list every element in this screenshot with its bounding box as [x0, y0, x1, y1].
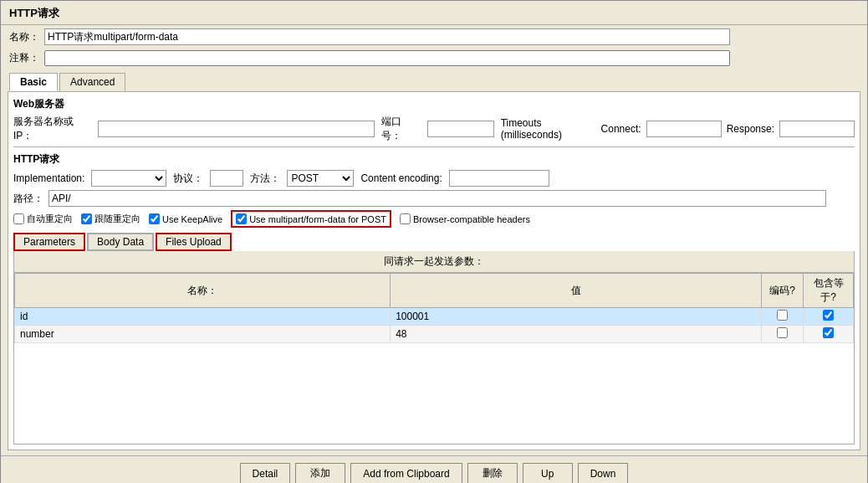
sub-tab-files-upload[interactable]: Files Upload	[156, 233, 232, 251]
follow-redirect-checkbox[interactable]: 跟随重定向	[81, 213, 140, 225]
window-title: HTTP请求	[1, 1, 867, 25]
up-button[interactable]: Up	[523, 463, 573, 483]
tabs-bar: Basic Advanced	[1, 69, 867, 91]
method-label: 方法：	[250, 172, 280, 186]
tab-basic-content: Web服务器 服务器名称或IP： 端口号： Timeouts (millisec…	[8, 91, 860, 450]
encoding-label: Content encoding:	[360, 172, 442, 184]
comment-row: 注释：	[1, 49, 867, 69]
name-input[interactable]	[44, 28, 730, 45]
response-input[interactable]	[779, 121, 855, 137]
keep-alive-label: Use KeepAlive	[162, 214, 222, 224]
follow-redirect-label: 跟随重定向	[94, 213, 140, 225]
col-header-value: 值	[391, 274, 762, 308]
path-input[interactable]	[49, 190, 826, 207]
params-header: 同请求一起发送参数：	[14, 251, 854, 273]
server-row: 服务器名称或IP： 端口号： Timeouts (milliseconds) C…	[13, 115, 855, 143]
param-include[interactable]	[804, 326, 854, 343]
sub-tab-parameters[interactable]: Parameters	[13, 233, 85, 251]
param-value: 48	[391, 326, 762, 343]
col-header-include: 包含等于?	[804, 274, 854, 308]
tab-advanced[interactable]: Advanced	[59, 73, 125, 91]
params-content: 同请求一起发送参数： 名称： 值 编码? 包含等于? id100001numbe…	[13, 251, 855, 444]
http-request-section: HTTP请求 Implementation: 协议： 方法： POST Cont…	[13, 146, 855, 444]
protocol-input[interactable]	[210, 170, 243, 187]
follow-redirect-check[interactable]	[81, 213, 92, 224]
add-button[interactable]: 添加	[295, 463, 345, 483]
table-row[interactable]: id100001	[15, 308, 854, 326]
keep-alive-check[interactable]	[149, 213, 160, 224]
auto-redirect-checkbox[interactable]: 自动重定向	[13, 213, 73, 225]
table-row[interactable]: number48	[15, 326, 854, 343]
param-encode[interactable]	[762, 326, 804, 343]
comment-input[interactable]	[44, 50, 730, 66]
port-label: 端口号：	[381, 115, 421, 143]
impl-select[interactable]	[91, 170, 166, 187]
http-request-title: HTTP请求	[13, 152, 855, 167]
impl-row: Implementation: 协议： 方法： POST Content enc…	[13, 170, 855, 187]
timeouts-label: Timeouts (milliseconds)	[501, 117, 596, 141]
encoding-input[interactable]	[449, 170, 549, 187]
param-value: 100001	[391, 308, 762, 326]
server-name-input[interactable]	[98, 121, 375, 137]
tab-basic[interactable]: Basic	[9, 73, 58, 91]
impl-label: Implementation:	[13, 172, 84, 184]
col-header-encode: 编码?	[762, 274, 804, 308]
connect-input[interactable]	[646, 121, 722, 137]
path-row: 路径：	[13, 190, 855, 207]
comment-label: 注释：	[9, 51, 39, 65]
browser-headers-check[interactable]	[400, 213, 411, 224]
sub-tab-body-data[interactable]: Body Data	[87, 233, 154, 251]
param-include[interactable]	[804, 308, 854, 326]
col-header-name: 名称：	[15, 274, 391, 308]
name-row: 名称：	[1, 25, 867, 49]
path-label: 路径：	[13, 192, 43, 206]
main-window: HTTP请求 名称： 注释： Basic Advanced Web服务器 服务器…	[0, 0, 868, 483]
connect-label: Connect:	[601, 123, 641, 135]
browser-headers-checkbox[interactable]: Browser-compatible headers	[400, 213, 530, 224]
timeout-section: Timeouts (milliseconds) Connect: Respons…	[501, 117, 855, 141]
params-empty-area	[14, 343, 854, 444]
delete-button[interactable]: 删除	[467, 463, 518, 483]
down-button[interactable]: Down	[578, 463, 629, 483]
multipart-check[interactable]	[236, 213, 247, 224]
multipart-checkbox[interactable]: Use multipart/form-data for POST	[231, 210, 391, 228]
web-server-section-title: Web服务器	[13, 97, 855, 111]
server-label: 服务器名称或IP：	[13, 115, 91, 143]
sub-tabs-bar: Parameters Body Data Files Upload	[13, 233, 855, 251]
param-name: number	[15, 326, 391, 343]
param-name: id	[15, 308, 391, 326]
params-table: 名称： 值 编码? 包含等于? id100001number48	[14, 273, 854, 343]
detail-button[interactable]: Detail	[240, 463, 291, 483]
auto-redirect-check[interactable]	[13, 213, 24, 224]
bottom-toolbar: Detail 添加 Add from Clipboard 删除 Up Down	[1, 455, 867, 483]
method-select[interactable]: POST	[287, 170, 354, 187]
param-encode[interactable]	[762, 308, 804, 326]
protocol-label: 协议：	[173, 172, 203, 186]
auto-redirect-label: 自动重定向	[27, 213, 73, 225]
response-label: Response:	[727, 123, 774, 135]
keep-alive-checkbox[interactable]: Use KeepAlive	[149, 213, 222, 224]
port-input[interactable]	[427, 121, 494, 137]
add-clipboard-button[interactable]: Add from Clipboard	[350, 463, 462, 483]
name-label: 名称：	[9, 30, 39, 44]
multipart-label: Use multipart/form-data for POST	[249, 214, 386, 224]
browser-headers-label: Browser-compatible headers	[413, 214, 530, 224]
checkbox-row: 自动重定向 跟随重定向 Use KeepAlive Use multipart/…	[13, 210, 855, 228]
